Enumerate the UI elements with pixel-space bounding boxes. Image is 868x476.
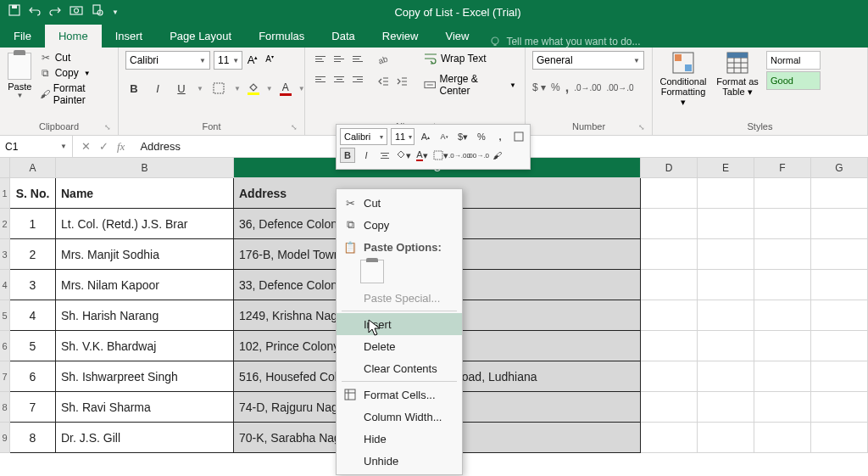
mini-italic-button[interactable]: I (359, 148, 374, 163)
cell[interactable] (698, 423, 754, 453)
tab-file[interactable]: File (0, 25, 45, 48)
row-header[interactable]: 4 (0, 270, 9, 300)
cell[interactable]: Sh. Harish Narang (56, 300, 234, 331)
col-header-f[interactable]: F (754, 158, 811, 178)
tab-formulas[interactable]: Formulas (245, 25, 318, 48)
font-color-button[interactable]: A (280, 81, 292, 96)
undo-icon[interactable] (29, 4, 41, 20)
cell-styles-gallery[interactable]: Normal Good (766, 51, 821, 90)
tab-review[interactable]: Review (369, 25, 432, 48)
comma-format-icon[interactable]: , (565, 80, 569, 95)
cell[interactable]: 8 (10, 423, 56, 453)
cell[interactable] (811, 239, 868, 270)
cell[interactable] (698, 178, 754, 209)
cell[interactable] (641, 239, 698, 270)
accounting-format-icon[interactable]: $ ▾ (532, 81, 546, 93)
number-launcher-icon[interactable]: ⤡ (638, 123, 645, 132)
row-header[interactable]: 9 (0, 423, 9, 453)
mini-size-select[interactable]: 11▾ (391, 128, 415, 145)
fill-color-button[interactable] (248, 82, 259, 95)
col-header-g[interactable]: G (811, 158, 868, 178)
decrease-font-icon[interactable]: A▾ (263, 53, 276, 67)
col-header-a[interactable]: A (10, 158, 56, 178)
cell[interactable] (698, 209, 754, 239)
cell[interactable]: Mrs. Nilam Kapoor (56, 270, 234, 300)
cell[interactable]: 3 (10, 270, 56, 300)
clipboard-launcher-icon[interactable]: ⤡ (104, 123, 111, 132)
number-format-select[interactable]: General▼ (532, 51, 644, 70)
row-header[interactable]: 7 (0, 361, 9, 392)
decrease-indent-icon[interactable] (375, 73, 392, 90)
save-icon[interactable] (8, 4, 20, 20)
format-painter-button[interactable]: 🖌Format Painter (38, 81, 111, 107)
cell[interactable] (641, 361, 698, 392)
align-left-icon[interactable] (312, 71, 329, 87)
menu-cut[interactable]: ✂Cut (337, 192, 462, 214)
col-header-d[interactable]: D (641, 158, 698, 178)
mini-font-select[interactable]: Calibri▾ (340, 128, 387, 145)
mini-decrease-font-icon[interactable]: A▾ (437, 129, 452, 144)
mini-align-center-icon[interactable] (377, 148, 392, 163)
cell[interactable] (641, 331, 698, 361)
conditional-formatting-button[interactable]: Conditional Formatting ▾ (659, 51, 707, 108)
mini-increase-decimal-icon[interactable]: .0→.00 (452, 148, 467, 163)
font-launcher-icon[interactable]: ⤡ (291, 123, 298, 132)
tab-home[interactable]: Home (45, 25, 102, 48)
paste-button[interactable]: Paste ▼ (7, 51, 33, 99)
cell[interactable]: 5 (10, 331, 56, 361)
menu-clear-contents[interactable]: Clear Contents (337, 357, 462, 379)
cell[interactable]: 7 (10, 392, 56, 423)
row-header[interactable]: 2 (0, 209, 9, 239)
increase-indent-icon[interactable] (393, 73, 410, 90)
style-good[interactable]: Good (766, 71, 821, 90)
cell[interactable]: 4 (10, 300, 56, 331)
select-all-corner[interactable] (0, 158, 9, 178)
cell[interactable] (811, 361, 868, 392)
cell[interactable] (641, 178, 698, 209)
cell[interactable]: Sh. V.K. Bhardwaj (56, 331, 234, 361)
col-header-b[interactable]: B (56, 158, 234, 178)
cell[interactable] (698, 270, 754, 300)
row-header[interactable]: 6 (0, 331, 9, 361)
name-box[interactable]: C1▼ (0, 136, 73, 157)
cell[interactable]: S. No. (10, 178, 56, 209)
decrease-decimal-icon[interactable]: .00→.0 (606, 83, 633, 92)
cell[interactable] (811, 392, 868, 423)
cell[interactable]: 6 (10, 361, 56, 392)
wrap-text-button[interactable]: Wrap Text (422, 51, 518, 66)
mini-percent-icon[interactable]: % (474, 129, 489, 144)
cell[interactable] (811, 209, 868, 239)
row-header[interactable]: 3 (0, 239, 9, 270)
cell[interactable] (754, 178, 811, 209)
cell[interactable] (641, 270, 698, 300)
redo-icon[interactable] (49, 4, 61, 20)
bold-button[interactable]: B (125, 80, 142, 97)
cell[interactable] (698, 392, 754, 423)
style-normal[interactable]: Normal (766, 51, 821, 70)
align-top-icon[interactable] (312, 51, 329, 66)
align-center-icon[interactable] (331, 71, 348, 87)
formula-input[interactable]: Address (133, 140, 181, 153)
qat-dropdown-icon[interactable]: ▼ (112, 8, 119, 16)
row-header[interactable]: 1 (0, 178, 9, 209)
fx-icon[interactable]: fx (117, 140, 125, 154)
orientation-button[interactable]: ab (375, 51, 392, 68)
cell[interactable]: Sh. Ravi Sharma (56, 392, 234, 423)
cell[interactable] (754, 239, 811, 270)
cell[interactable] (811, 178, 868, 209)
cell[interactable] (754, 392, 811, 423)
cell[interactable] (641, 392, 698, 423)
cell[interactable] (811, 300, 868, 331)
cell[interactable] (811, 270, 868, 300)
cell[interactable] (698, 300, 754, 331)
tab-data[interactable]: Data (318, 25, 368, 48)
mini-format-painter-icon[interactable]: 🖌 (489, 148, 504, 163)
italic-button[interactable]: I (149, 80, 166, 97)
menu-hide[interactable]: Hide (337, 428, 462, 450)
mini-borders-icon[interactable] (511, 129, 526, 144)
mini-borders2-icon[interactable]: ▾ (433, 148, 448, 163)
cell[interactable]: Lt. Col. (Retd.) J.S. Brar (56, 209, 234, 239)
cell[interactable]: Sh. Ishwarpreet Singh (56, 361, 234, 392)
cell[interactable] (754, 270, 811, 300)
cell[interactable] (698, 331, 754, 361)
